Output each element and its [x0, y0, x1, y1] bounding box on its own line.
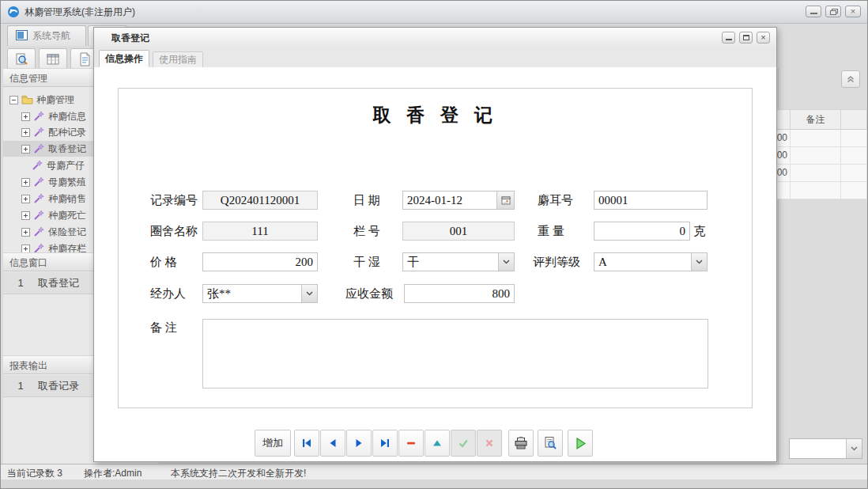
dialog-close-button[interactable]: × — [757, 32, 770, 44]
status-record-count: 当前记录数 3 — [7, 467, 62, 480]
expand-plus-icon[interactable] — [21, 228, 30, 237]
triangle-up-icon — [431, 437, 443, 449]
next-record-icon — [353, 437, 365, 449]
delete-record-button[interactable] — [398, 430, 424, 457]
last-record-button[interactable] — [372, 430, 398, 457]
date-input[interactable] — [403, 191, 496, 209]
next-record-button[interactable] — [346, 430, 372, 457]
form-heading: 取 香 登 记 — [94, 103, 776, 127]
tab-system-navigation[interactable]: 系统导航 — [7, 25, 86, 46]
dialog-titlebar: 取香登记 × — [94, 28, 776, 49]
confirm-button[interactable] — [451, 430, 476, 457]
tab-system-navigation-label: 系统导航 — [32, 29, 70, 43]
dialog-musk-extraction: 取香登记 × 信息操作 使用指南 取 香 登 记 记录编号 日 期 麝耳号 — [93, 27, 777, 462]
chevron-down-icon[interactable] — [301, 285, 317, 302]
tree-root-label: 种麝管理 — [36, 93, 74, 107]
table-tool-button[interactable] — [39, 48, 67, 70]
search-doc-icon — [14, 52, 28, 66]
first-record-icon — [300, 437, 313, 449]
calendar-icon[interactable] — [496, 191, 514, 209]
expand-plus-icon[interactable] — [21, 112, 30, 121]
expand-plus-icon[interactable] — [21, 211, 30, 220]
background-combobox[interactable] — [789, 438, 862, 459]
wand-icon — [33, 127, 45, 138]
expand-plus-icon[interactable] — [21, 195, 30, 203]
handler-select[interactable]: 张** — [202, 284, 318, 303]
window-bottom-frame — [1, 480, 867, 489]
remark-textarea[interactable] — [202, 319, 708, 389]
preview-button[interactable] — [538, 430, 563, 457]
close-icon: × — [851, 6, 855, 16]
wand-icon — [33, 176, 45, 188]
restore-icon — [830, 9, 837, 14]
collapse-minus-icon[interactable] — [9, 96, 18, 104]
collapse-panel-button[interactable] — [841, 70, 860, 88]
dry-wet-label: 干 湿 — [353, 252, 380, 271]
wand-icon — [33, 193, 45, 204]
dry-wet-select[interactable]: 干 — [402, 252, 515, 271]
record-no-field — [202, 191, 318, 210]
tab-info-operation[interactable]: 信息操作 — [99, 50, 149, 67]
preview-icon — [543, 436, 557, 450]
cancel-button[interactable] — [477, 430, 502, 457]
pen-name-label: 圈舍名称 — [150, 222, 198, 241]
previous-record-icon — [326, 437, 339, 449]
play-icon — [574, 437, 587, 450]
dialog-minimize-button[interactable] — [722, 32, 735, 44]
tab-user-guide[interactable]: 使用指南 — [153, 51, 203, 67]
dialog-maximize-button[interactable] — [739, 32, 753, 44]
expand-plus-icon[interactable] — [21, 178, 30, 187]
status-operator: 操作者:Admin — [84, 467, 142, 480]
minus-icon — [405, 437, 417, 449]
amount-label: 应收金额 — [345, 284, 393, 303]
status-message: 本系统支持二次开发和全新开发! — [171, 467, 306, 480]
window-minimize-button[interactable] — [806, 6, 821, 17]
price-field[interactable] — [202, 252, 318, 271]
pen-name-field — [202, 222, 318, 241]
table-icon — [46, 53, 60, 66]
grid-header-remark: 备注 — [791, 110, 841, 129]
window-titlebar: 林麝管理系统(非注册用户) × — [1, 1, 867, 24]
minimize-icon — [810, 13, 817, 14]
print-button[interactable] — [508, 430, 534, 457]
dialog-title: 取香登记 — [111, 28, 149, 48]
ear-no-label: 麝耳号 — [538, 191, 573, 210]
weight-label: 重 量 — [538, 222, 564, 241]
chevron-down-icon[interactable] — [498, 253, 514, 271]
double-chevron-up-icon — [846, 74, 855, 84]
close-icon: × — [760, 32, 765, 42]
dialog-tabstrip: 信息操作 使用指南 — [94, 48, 776, 68]
grade-select[interactable]: A — [594, 252, 708, 271]
edit-record-button[interactable] — [425, 430, 450, 457]
run-report-button[interactable] — [568, 430, 593, 457]
wand-icon — [32, 160, 43, 171]
weight-unit-label: 克 — [693, 222, 705, 241]
bar-no-field — [402, 222, 515, 241]
printer-icon — [514, 437, 528, 450]
window-title: 林麝管理系统(非注册用户) — [25, 1, 135, 23]
chevron-down-icon[interactable] — [846, 439, 862, 458]
record-no-label: 记录编号 — [150, 191, 198, 210]
ear-no-field[interactable] — [594, 191, 708, 210]
status-bar: 当前记录数 3 操作者:Admin 本系统支持二次开发和全新开发! — [1, 464, 867, 480]
first-record-button[interactable] — [294, 430, 319, 457]
app-window: 林麝管理系统(非注册用户) × 系统导航 信息管理 — [0, 0, 868, 489]
remark-label: 备 注 — [150, 318, 177, 337]
minimize-icon — [726, 39, 732, 40]
expand-plus-icon[interactable] — [21, 244, 30, 253]
weight-field[interactable] — [594, 222, 690, 241]
expand-plus-icon[interactable] — [21, 145, 30, 154]
expand-plus-icon[interactable] — [21, 128, 30, 137]
add-button[interactable]: 增加 — [255, 430, 291, 457]
window-restore-button[interactable] — [825, 6, 841, 17]
previous-record-button[interactable] — [320, 430, 345, 457]
window-close-button[interactable]: × — [845, 6, 861, 17]
wand-icon — [33, 111, 45, 122]
price-label: 价 格 — [150, 252, 177, 271]
document-icon — [78, 52, 91, 66]
date-picker[interactable] — [402, 191, 515, 210]
chevron-down-icon[interactable] — [691, 253, 707, 271]
search-tool-button[interactable] — [7, 48, 36, 70]
amount-field[interactable] — [404, 284, 515, 303]
system-nav-icon — [16, 30, 28, 43]
